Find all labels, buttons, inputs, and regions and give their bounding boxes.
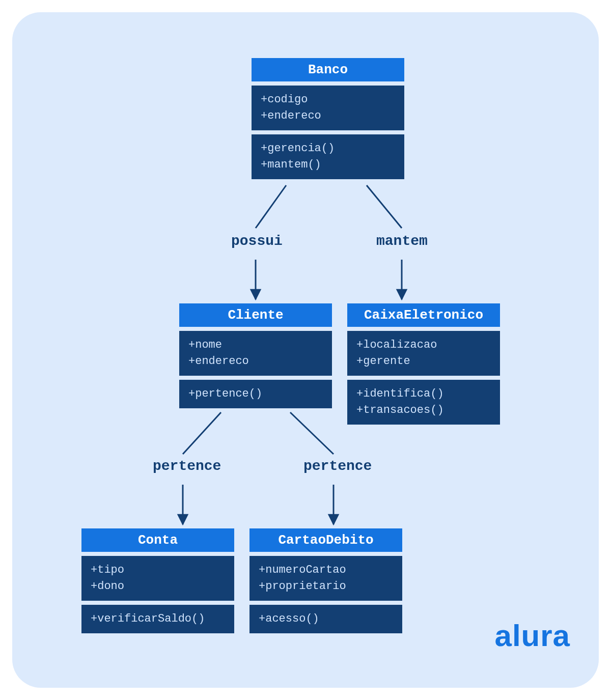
svg-line-4 bbox=[183, 412, 221, 454]
class-cartao: CartaoDebito +numeroCartao +proprietario… bbox=[249, 528, 402, 633]
class-banco-attrs: +codigo +endereco bbox=[252, 86, 404, 130]
class-banco-ops: +gerencia() +mantem() bbox=[252, 134, 404, 179]
attr: +codigo bbox=[261, 92, 395, 108]
op: +identifica() bbox=[356, 386, 491, 402]
attr: +gerente bbox=[356, 353, 491, 370]
attr: +localizacao bbox=[356, 337, 491, 353]
op: +gerencia() bbox=[261, 141, 395, 157]
svg-line-2 bbox=[367, 185, 402, 228]
class-cliente-title: Cliente bbox=[179, 303, 332, 327]
class-banco: Banco +codigo +endereco +gerencia() +man… bbox=[252, 58, 404, 179]
attr: +proprietario bbox=[259, 578, 393, 595]
attr: +tipo bbox=[91, 562, 225, 578]
op: +acesso() bbox=[259, 611, 393, 627]
brand-logo: alura bbox=[495, 618, 570, 653]
class-caixa: CaixaEletronico +localizacao +gerente +i… bbox=[347, 303, 500, 425]
class-conta-ops: +verificarSaldo() bbox=[81, 605, 234, 633]
diagram-panel: possui mantem pertence pertence Banco +c… bbox=[12, 12, 599, 688]
class-cartao-attrs: +numeroCartao +proprietario bbox=[249, 556, 402, 601]
class-caixa-title: CaixaEletronico bbox=[347, 303, 500, 327]
attr: +numeroCartao bbox=[259, 562, 393, 578]
attr: +endereco bbox=[261, 108, 395, 124]
svg-line-6 bbox=[290, 412, 334, 454]
class-cartao-title: CartaoDebito bbox=[249, 528, 402, 552]
op: +verificarSaldo() bbox=[91, 611, 225, 627]
attr: +dono bbox=[91, 578, 225, 595]
attr: +endereco bbox=[188, 353, 323, 370]
class-cartao-ops: +acesso() bbox=[249, 605, 402, 633]
rel-pertence2-label: pertence bbox=[303, 458, 372, 474]
class-caixa-attrs: +localizacao +gerente bbox=[347, 331, 500, 376]
class-banco-title: Banco bbox=[252, 58, 404, 81]
rel-possui-label: possui bbox=[231, 233, 283, 249]
class-caixa-ops: +identifica() +transacoes() bbox=[347, 380, 500, 425]
op: +pertence() bbox=[188, 386, 323, 402]
class-conta: Conta +tipo +dono +verificarSaldo() bbox=[81, 528, 234, 633]
rel-pertence1-label: pertence bbox=[153, 458, 221, 474]
op: +mantem() bbox=[261, 157, 395, 173]
class-conta-attrs: +tipo +dono bbox=[81, 556, 234, 601]
rel-mantem-label: mantem bbox=[376, 233, 428, 249]
class-cliente-attrs: +nome +endereco bbox=[179, 331, 332, 376]
class-cliente: Cliente +nome +endereco +pertence() bbox=[179, 303, 332, 408]
svg-line-0 bbox=[256, 185, 286, 228]
class-conta-title: Conta bbox=[81, 528, 234, 552]
class-cliente-ops: +pertence() bbox=[179, 380, 332, 408]
op: +transacoes() bbox=[356, 402, 491, 418]
attr: +nome bbox=[188, 337, 323, 353]
